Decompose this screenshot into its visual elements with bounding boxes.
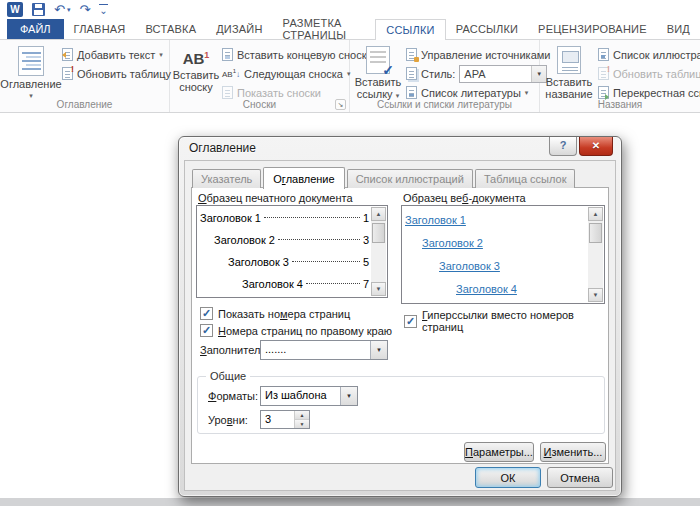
update-table-button[interactable]: Обновить таблицу [62,65,171,82]
footnote-ab-icon: AB1 [183,46,210,68]
group-table-of-contents: Оглавление ▾ Добавить текст ▾ Обновить т… [0,40,170,112]
dialog-tab-toc[interactable]: Оглавление [263,167,344,189]
formats-value: Из шаблона [261,387,340,405]
style-value: APA [460,68,531,80]
spin-down-icon[interactable]: ▼ [295,420,309,428]
scroll-down-icon[interactable]: ▼ [588,288,603,302]
add-text-button[interactable]: Добавить текст ▾ [62,46,171,63]
spin-up-icon[interactable]: ▲ [295,411,309,420]
print-preview-box: Заголовок 11 Заголовок 23 Заголовок 35 З… [196,205,388,298]
customize-qat-icon[interactable]: ⌄ [99,4,107,15]
checkbox-checked-icon: ✓ [200,324,213,337]
modify-button[interactable]: Изменить... [540,442,606,462]
group-label-captions: Названия [540,99,700,110]
tab-file[interactable]: ФАЙЛ [7,19,64,39]
window-bottom-strip [0,498,700,506]
show-footnotes-label: Показать сноски [237,87,321,99]
update-figures-table-button: Обновить таблицу [598,65,700,82]
table-of-figures-label: Список иллюстраций [613,49,700,61]
tab-leader-dropdown-icon[interactable]: ▼ [370,341,387,359]
insert-citation-label1: Вставить [355,76,402,88]
levels-label: Уровни: [208,414,248,426]
right-align-page-numbers-checkbox[interactable]: ✓ Номера страниц по правому краю [200,324,392,337]
tab-design[interactable]: ДИЗАЙН [206,19,272,39]
tab-insert[interactable]: ВСТАВКА [135,19,206,39]
scroll-up-icon[interactable]: ▲ [371,207,386,221]
tab-leader-label: Заполнитель: [200,344,269,356]
scrollbar-thumb[interactable] [589,223,602,243]
update-figures-table-label: Обновить таблицу [613,68,700,80]
insert-footnote-label2: сноску [179,81,213,93]
tab-leader-combobox[interactable]: ....... ▼ [260,340,388,360]
dialog-help-button[interactable]: ? [549,137,577,156]
word-logo-icon[interactable]: W [7,2,23,17]
undo-button[interactable]: ↶ ▾ [54,3,70,16]
ok-button[interactable]: ОК [475,467,541,488]
dialog-close-button[interactable]: ✕ [579,137,613,156]
quick-access-toolbar: W ↶ ▾ ↷ ⌄ [0,0,108,19]
show-footnotes-icon [222,86,233,99]
tab-home[interactable]: ГЛАВНАЯ [64,19,136,39]
scrollbar-thumb[interactable] [372,223,385,243]
citation-check-icon: ✓ [382,64,394,76]
toc-tab-page: Образец печатного документа Заголовок 11… [191,187,609,464]
web-preview-scrollbar[interactable]: ▲ ▼ [588,207,603,302]
levels-spinner[interactable]: 3 ▲ ▼ [260,410,310,429]
levels-value: 3 [261,411,295,428]
web-preview-link: Заголовок 1 [405,209,586,232]
hyperlinks-label: Гиперссылки вместо номеров страниц [422,309,608,333]
bibliography-label: Список литературы [421,87,521,99]
ribbon-tab-bar: ФАЙЛ ГЛАВНАЯ ВСТАВКА ДИЗАЙН РАЗМЕТКА СТР… [0,19,700,40]
insert-caption-label1: Вставить [546,76,593,88]
right-align-page-numbers-label: Номера страниц по правому краю [218,325,392,337]
tab-mailings[interactable]: РАССЫЛКИ [446,19,528,39]
toc-preview-entry: Заголовок 11 [200,207,369,229]
dialog-tab-index[interactable]: Указатель [192,169,261,188]
bibliography-icon [406,86,417,99]
toc-preview-entry: Заголовок 47 [200,273,369,295]
web-preview-link: Заголовок 2 [405,232,586,255]
dialog-tab-figures[interactable]: Список иллюстраций [347,169,473,188]
formats-combobox[interactable]: Из шаблона ▼ [260,386,358,406]
tab-review[interactable]: РЕЦЕНЗИРОВАНИЕ [528,19,657,39]
manage-sources-label: Управление источниками [421,49,550,61]
formats-dropdown-icon[interactable]: ▼ [340,387,357,405]
tab-leader-value: ....... [261,341,370,359]
show-page-numbers-checkbox[interactable]: ✓ Показать номера страниц [200,307,350,320]
tab-view[interactable]: ВИД [657,19,700,39]
tab-layout[interactable]: РАЗМЕТКА СТРАНИЦЫ [273,19,376,39]
print-preview-scrollbar[interactable]: ▲ ▼ [371,207,386,296]
cancel-button[interactable]: Отмена [547,467,613,488]
next-footnote-icon: AB1↓ [222,68,240,79]
dialog-tab-authorities[interactable]: Таблица ссылок [475,169,576,188]
options-button[interactable]: Параметры... [464,442,534,462]
web-preview-link: Заголовок 3 [405,255,586,278]
style-combobox[interactable]: APA ▼ [459,65,547,83]
undo-icon: ↶ [54,3,65,16]
update-table-label: Обновить таблицу [77,68,171,80]
tab-references[interactable]: ССЫЛКИ [375,19,445,40]
table-of-contents-icon [18,46,44,76]
scroll-down-icon[interactable]: ▼ [371,282,386,296]
print-preview-label: Образец печатного документа [198,192,353,204]
cross-reference-icon [598,86,609,99]
table-of-contents-label: Оглавление [0,78,61,90]
save-icon[interactable] [32,3,45,16]
style-icon [406,67,417,80]
hyperlinks-checkbox[interactable]: ✓ Гиперссылки вместо номеров страниц [404,309,608,333]
undo-dropdown-icon[interactable]: ▾ [67,6,71,14]
dialog-title: Оглавление [179,137,256,160]
ribbon: Оглавление ▾ Добавить текст ▾ Обновить т… [0,40,700,113]
redo-icon[interactable]: ↷ [79,3,90,16]
footnotes-dialog-launcher-icon[interactable]: ↘ [335,99,346,110]
web-preview-label: Образец веб-документа [403,192,526,204]
manage-sources-button[interactable]: Управление источниками [406,46,550,63]
group-label-footnotes: Сноски [170,99,349,110]
scroll-up-icon[interactable]: ▲ [588,207,603,221]
table-of-figures-button[interactable]: Список иллюстраций [598,46,700,63]
show-page-numbers-label: Показать номера страниц [218,308,350,320]
dialog-tab-bar: Указатель Оглавление Список иллюстраций … [192,167,577,188]
formats-label: Форматы: [208,390,258,402]
table-of-figures-icon [598,48,609,61]
update-figures-table-icon [598,67,609,80]
